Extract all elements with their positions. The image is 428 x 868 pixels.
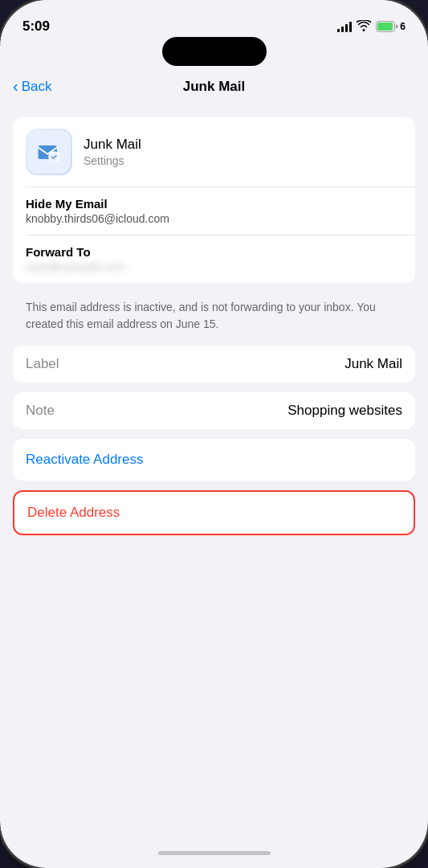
mail-icon: [35, 137, 63, 166]
reactivate-card: Reactivate Address: [13, 439, 415, 481]
phone-frame: 5:09: [0, 0, 428, 868]
note-card: Note Shopping websites: [13, 392, 415, 429]
app-icon: [26, 129, 72, 175]
wifi-icon: [357, 20, 371, 34]
hide-my-email-label: Hide My Email: [26, 197, 402, 211]
label-card: Label Junk Mail: [13, 346, 415, 383]
label-row-label: Label: [26, 356, 59, 372]
status-right: 6: [337, 20, 406, 34]
label-row: Label Junk Mail: [13, 346, 415, 383]
delete-button[interactable]: Delete Address: [14, 492, 414, 534]
signal-bar-4: [349, 22, 352, 32]
hide-my-email-value: knobby.thirds06@icloud.com: [26, 212, 402, 225]
content-area: Junk Mail Settings Hide My Email knobby.…: [0, 108, 428, 845]
svg-rect-1: [377, 23, 393, 31]
battery-percent: 6: [400, 21, 406, 32]
signal-bar-1: [337, 29, 340, 32]
battery-icon: 6: [376, 21, 406, 32]
app-info-row: Junk Mail Settings: [13, 117, 415, 186]
home-indicator: [158, 851, 271, 855]
app-subtitle: Settings: [84, 154, 141, 167]
app-name: Junk Mail: [84, 137, 141, 153]
reactivate-button[interactable]: Reactivate Address: [13, 439, 415, 481]
app-icon-inner: [27, 130, 71, 174]
forward-to-row: Forward To user@example.com: [13, 235, 415, 283]
signal-bar-2: [341, 27, 344, 32]
nav-title: Junk Mail: [183, 79, 245, 95]
app-text-group: Junk Mail Settings: [84, 137, 141, 167]
signal-bar-3: [345, 24, 348, 32]
app-card: Junk Mail Settings Hide My Email knobby.…: [13, 117, 415, 283]
hide-my-email-row: Hide My Email knobby.thirds06@icloud.com: [13, 187, 415, 235]
forward-to-value: user@example.com: [26, 260, 402, 273]
delete-label: Delete Address: [27, 505, 120, 521]
description-text: This email address is inactive, and is n…: [13, 293, 415, 336]
back-chevron-icon: ‹: [13, 77, 18, 96]
forward-to-label: Forward To: [26, 245, 402, 259]
screen: 5:09: [0, 0, 428, 868]
note-row-label: Note: [26, 403, 55, 419]
signal-bars-icon: [337, 21, 352, 32]
note-row-value: Shopping websites: [287, 403, 402, 419]
delete-card: Delete Address: [13, 490, 415, 535]
status-time: 5:09: [22, 18, 50, 35]
note-row: Note Shopping websites: [13, 392, 415, 429]
reactivate-label: Reactivate Address: [26, 452, 143, 468]
label-row-value: Junk Mail: [344, 356, 402, 372]
nav-bar: ‹ Back Junk Mail: [0, 66, 428, 108]
back-button[interactable]: ‹ Back: [13, 78, 51, 96]
back-label: Back: [22, 79, 52, 95]
dynamic-island: [162, 37, 267, 66]
